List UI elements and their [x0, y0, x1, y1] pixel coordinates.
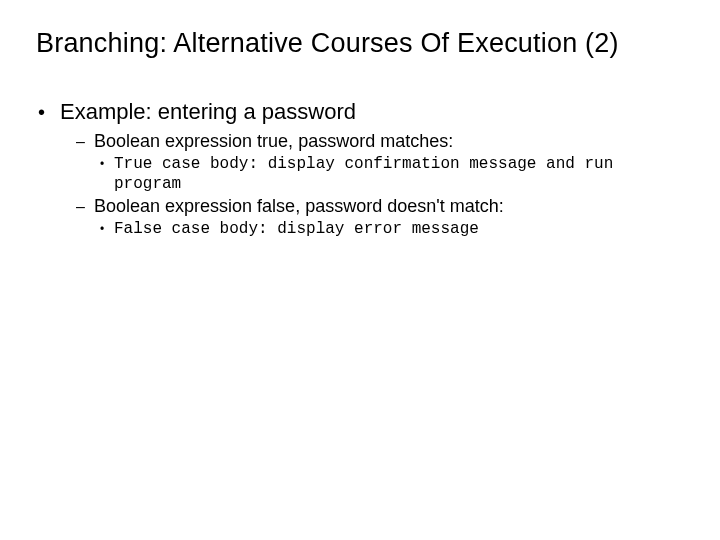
bullet-level3-text: False case body: display error message	[114, 219, 479, 239]
bullet-level2-text: Boolean expression true, password matche…	[94, 131, 453, 152]
bullet-dot-small-icon: •	[100, 155, 114, 171]
bullet-level3: • True case body: display confirmation m…	[100, 154, 684, 194]
bullet-level1: • Example: entering a password	[38, 99, 684, 125]
bullet-dash-icon: –	[76, 198, 94, 216]
slide-title: Branching: Alternative Courses Of Execut…	[36, 28, 684, 59]
bullet-level2: – Boolean expression false, password doe…	[76, 196, 684, 217]
bullet-level2: – Boolean expression true, password matc…	[76, 131, 684, 152]
bullet-level1-text: Example: entering a password	[60, 99, 356, 125]
bullet-dot-icon: •	[38, 100, 60, 122]
bullet-dot-small-icon: •	[100, 220, 114, 236]
bullet-level3-text: True case body: display confirmation mes…	[114, 154, 674, 194]
bullet-level3: • False case body: display error message	[100, 219, 684, 239]
bullet-level2-text: Boolean expression false, password doesn…	[94, 196, 504, 217]
bullet-dash-icon: –	[76, 133, 94, 151]
